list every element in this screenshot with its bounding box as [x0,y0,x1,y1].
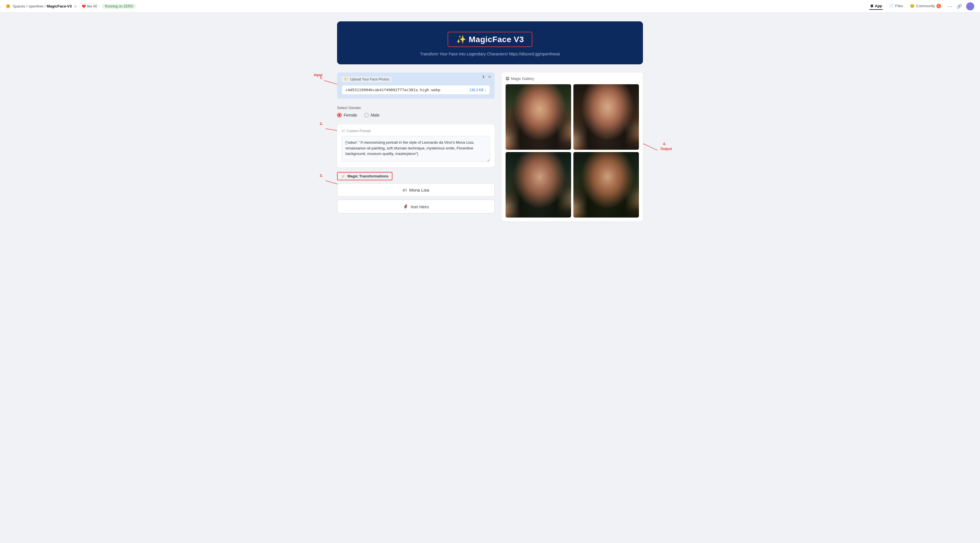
tab-app-label: App [875,4,882,8]
upload-filesize: 138.3 KB ↓ [469,88,486,92]
mona-lisa-label: Mona Lisa [409,187,429,192]
banner-title-box: ✨ MagicFace V3 [447,32,533,47]
gallery-image-2[interactable] [573,84,639,150]
breadcrumb-separator2: / [45,4,46,8]
upload-label-text: Upload Your Face Photos [350,77,389,81]
gender-male-label: Male [371,113,379,117]
gallery-icon: 🖼 [506,76,509,81]
gallery-image-1[interactable] [506,84,571,150]
banner-subtitle: Transform Your Face Into Legendary Chara… [343,52,637,56]
upload-file-row: c4d53119904bcab41f49092f77ac381a_high.we… [342,85,490,95]
gallery-box: 🖼 Magic Gallery [501,72,643,222]
breadcrumb: Spaces / openfree / MagicFace-V3 [13,4,72,8]
gallery-grid [506,84,639,218]
upload-icon[interactable]: ⬆ [482,75,485,79]
gallery-image-4[interactable] [573,152,639,218]
link-icon[interactable]: 🔗 [957,4,962,9]
annotation-output-label: Output [660,147,672,151]
radio-female-inner [338,114,340,116]
annotation-input-label: Input [314,73,322,77]
upload-top-icons: ⬆ ✕ [482,75,491,79]
tag-icon: 🏷 [342,129,345,133]
spaces-label[interactable]: Spaces [13,4,25,8]
community-icon: 😊 [910,4,915,8]
gender-male[interactable]: Male [364,113,379,117]
tab-community[interactable]: 😊 Community 1 [909,3,942,10]
tab-app[interactable]: 🖥 App [869,3,883,10]
annotation-2-number: 2. [320,121,323,126]
breadcrumb-separator: / [26,4,27,8]
prompt-textarea[interactable]: {'value': "A mesmerizing portrait in the… [342,136,490,162]
iron-hero-icon: 🦸 [403,204,408,209]
topnav: 🤗 Spaces / openfree / MagicFace-V3 ⧉ ❤️ … [0,0,980,13]
community-badge: 1 [936,4,941,8]
prompt-section: 🏷 Custom Prompt {'value': "A mesmerizing… [337,124,495,167]
gender-label: Select Gender [337,106,495,110]
gender-female-label: Female [344,113,357,117]
tab-files[interactable]: 📄 Files [889,3,904,10]
content-area: ⬆ ✕ 📁 Upload Your Face Photos c4d5311990… [337,72,643,222]
file-icon: 📁 [344,77,348,81]
magic-section: 🪄 Magic Transformations 🏷 Mona Lisa 🦸 Ir… [337,172,495,213]
iron-hero-label: Iron Hero [410,204,429,209]
magic-wand-icon: 🪄 [341,174,346,178]
left-panel: ⬆ ✕ 📁 Upload Your Face Photos c4d5311990… [337,72,495,213]
gender-section: Select Gender Female Male [337,103,495,120]
iron-hero-button[interactable]: 🦸 Iron Hero [337,200,495,213]
upload-label: 📁 Upload Your Face Photos [342,76,391,82]
magic-transformations-header[interactable]: 🪄 Magic Transformations [337,172,393,180]
gallery-image-3[interactable] [506,152,571,218]
mona-lisa-icon: 🏷 [402,187,407,192]
prompt-label: 🏷 Custom Prompt [342,129,490,133]
like-count: like 90 [87,4,97,8]
gallery-header-label: Magic Gallery [511,76,534,81]
copy-icon[interactable]: ⧉ [74,4,77,8]
upload-section: ⬆ ✕ 📁 Upload Your Face Photos c4d5311990… [337,72,495,98]
topnav-right: 🖥 App 📄 Files 😊 Community 1 ⋯ 🔗 [869,2,974,10]
gallery-header: 🖼 Magic Gallery [506,76,639,81]
topnav-left: 🤗 Spaces / openfree / MagicFace-V3 ⧉ ❤️ … [6,3,866,9]
annotation-3-number: 3. [320,173,323,178]
gender-options: Female Male [337,113,495,117]
banner: ✨ MagicFace V3 Transform Your Face Into … [337,21,643,64]
heart-icon: ❤️ [82,4,86,8]
running-badge: Running on ZERO [102,4,136,9]
right-panel: 🖼 Magic Gallery [501,72,643,222]
gender-female[interactable]: Female [337,113,357,117]
spaces-hugging-icon: 🤗 [6,4,10,8]
like-badge[interactable]: ❤️ like 90 [79,3,100,9]
close-icon[interactable]: ✕ [488,75,491,79]
annotation-4-number: 4. [663,142,666,146]
banner-title: ✨ MagicFace V3 [456,35,524,44]
page-wrapper: ✨ MagicFace V3 Transform Your Face Into … [331,13,649,230]
repo-label[interactable]: MagicFace-V3 [47,4,72,8]
app-icon: 🖥 [870,4,873,8]
topnav-icons: ⋯ 🔗 [947,2,974,10]
tab-community-label: Community [916,4,935,8]
tab-files-label: Files [895,4,903,8]
radio-male-outer [364,113,369,117]
files-icon: 📄 [889,4,894,8]
org-label[interactable]: openfree [29,4,43,8]
mona-lisa-button[interactable]: 🏷 Mona Lisa [337,183,495,197]
avatar[interactable] [966,2,974,10]
radio-female-outer [337,113,342,117]
content-outer: 1. Input 2. 3. [337,72,643,222]
more-icon[interactable]: ⋯ [947,3,953,10]
upload-filename: c4d53119904bcab41f49092f77ac381a_high.we… [345,88,441,92]
prompt-label-text: Custom Prompt [347,129,371,133]
magic-header-label: Magic Transformations [347,174,388,178]
